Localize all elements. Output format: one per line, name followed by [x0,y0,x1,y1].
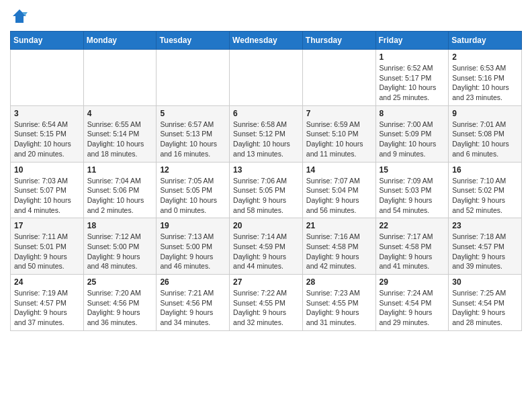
calendar-cell: 15Sunrise: 7:09 AM Sunset: 5:03 PM Dayli… [375,162,449,218]
day-info: Sunrise: 7:16 AM Sunset: 4:58 PM Dayligh… [306,232,372,271]
calendar-cell: 19Sunrise: 7:13 AM Sunset: 5:00 PM Dayli… [157,218,230,275]
calendar-cell: 27Sunrise: 7:22 AM Sunset: 4:55 PM Dayli… [230,275,303,331]
day-info: Sunrise: 7:03 AM Sunset: 5:07 PM Dayligh… [14,176,80,216]
day-number: 16 [452,165,518,175]
day-number: 4 [87,109,153,118]
day-number: 18 [87,221,153,230]
calendar-week-3: 10Sunrise: 7:03 AM Sunset: 5:07 PM Dayli… [11,162,522,218]
day-info: Sunrise: 7:22 AM Sunset: 4:55 PM Dayligh… [233,288,299,328]
calendar-cell: 28Sunrise: 7:23 AM Sunset: 4:55 PM Dayli… [302,275,375,331]
day-number: 20 [233,221,299,230]
calendar-cell: 5Sunrise: 6:57 AM Sunset: 5:13 PM Daylig… [157,105,230,162]
day-number: 28 [306,277,372,287]
calendar-cell: 2Sunrise: 6:53 AM Sunset: 5:16 PM Daylig… [449,50,522,106]
day-number: 12 [160,165,226,175]
day-info: Sunrise: 6:59 AM Sunset: 5:10 PM Dayligh… [306,120,372,159]
calendar-cell: 23Sunrise: 7:18 AM Sunset: 4:57 PM Dayli… [449,218,522,275]
day-info: Sunrise: 7:06 AM Sunset: 5:05 PM Dayligh… [233,176,299,216]
day-number: 15 [380,165,445,175]
logo [10,7,32,26]
calendar-cell: 11Sunrise: 7:04 AM Sunset: 5:06 PM Dayli… [83,162,157,218]
calendar-cell: 29Sunrise: 7:24 AM Sunset: 4:54 PM Dayli… [375,275,449,331]
day-info: Sunrise: 7:21 AM Sunset: 4:56 PM Dayligh… [160,288,226,328]
day-info: Sunrise: 7:19 AM Sunset: 4:57 PM Dayligh… [14,288,80,328]
day-header-tuesday: Tuesday [157,32,230,50]
day-number: 24 [14,277,80,287]
day-number: 29 [380,277,445,287]
day-info: Sunrise: 7:07 AM Sunset: 5:04 PM Dayligh… [306,176,372,216]
day-info: Sunrise: 6:53 AM Sunset: 5:16 PM Dayligh… [452,63,518,103]
page: SundayMondayTuesdayWednesdayThursdayFrid… [0,0,532,338]
calendar-cell: 1Sunrise: 6:52 AM Sunset: 5:17 PM Daylig… [375,50,449,106]
day-number: 30 [452,277,518,287]
day-number: 3 [14,109,80,118]
calendar-cell: 21Sunrise: 7:16 AM Sunset: 4:58 PM Dayli… [302,218,375,275]
calendar-cell: 10Sunrise: 7:03 AM Sunset: 5:07 PM Dayli… [11,162,84,218]
calendar-cell: 6Sunrise: 6:58 AM Sunset: 5:12 PM Daylig… [230,105,303,162]
calendar-cell: 30Sunrise: 7:25 AM Sunset: 4:54 PM Dayli… [449,275,522,331]
day-info: Sunrise: 7:09 AM Sunset: 5:03 PM Dayligh… [380,176,445,216]
day-number: 25 [87,277,153,287]
calendar-cell [11,50,84,106]
day-info: Sunrise: 7:20 AM Sunset: 4:56 PM Dayligh… [87,288,153,328]
calendar-cell: 18Sunrise: 7:12 AM Sunset: 5:00 PM Dayli… [83,218,157,275]
day-info: Sunrise: 7:10 AM Sunset: 5:02 PM Dayligh… [452,176,518,216]
day-number: 17 [14,221,80,230]
calendar-header-row: SundayMondayTuesdayWednesdayThursdayFrid… [11,32,522,50]
day-info: Sunrise: 7:18 AM Sunset: 4:57 PM Dayligh… [452,232,518,271]
calendar-cell: 9Sunrise: 7:01 AM Sunset: 5:08 PM Daylig… [449,105,522,162]
calendar-week-1: 1Sunrise: 6:52 AM Sunset: 5:17 PM Daylig… [11,50,522,106]
day-header-friday: Friday [375,32,449,50]
calendar-week-4: 17Sunrise: 7:11 AM Sunset: 5:01 PM Dayli… [11,218,522,275]
day-info: Sunrise: 7:05 AM Sunset: 5:05 PM Dayligh… [160,176,226,216]
day-header-sunday: Sunday [11,32,84,50]
day-number: 26 [160,277,226,287]
day-info: Sunrise: 6:57 AM Sunset: 5:13 PM Dayligh… [160,120,226,159]
day-header-wednesday: Wednesday [230,32,303,50]
day-info: Sunrise: 7:25 AM Sunset: 4:54 PM Dayligh… [452,288,518,328]
calendar-cell: 14Sunrise: 7:07 AM Sunset: 5:04 PM Dayli… [302,162,375,218]
calendar-cell: 26Sunrise: 7:21 AM Sunset: 4:56 PM Dayli… [157,275,230,331]
calendar-cell [302,50,375,106]
calendar-cell: 24Sunrise: 7:19 AM Sunset: 4:57 PM Dayli… [11,275,84,331]
day-number: 6 [233,109,299,118]
day-header-saturday: Saturday [449,32,522,50]
calendar-cell: 3Sunrise: 6:54 AM Sunset: 5:15 PM Daylig… [11,105,84,162]
day-number: 27 [233,277,299,287]
day-number: 13 [233,165,299,175]
day-header-thursday: Thursday [302,32,375,50]
calendar-week-5: 24Sunrise: 7:19 AM Sunset: 4:57 PM Dayli… [11,275,522,331]
day-number: 8 [380,109,445,118]
calendar-cell: 13Sunrise: 7:06 AM Sunset: 5:05 PM Dayli… [230,162,303,218]
calendar-cell: 4Sunrise: 6:55 AM Sunset: 5:14 PM Daylig… [83,105,157,162]
logo-icon [10,7,29,26]
day-info: Sunrise: 6:58 AM Sunset: 5:12 PM Dayligh… [233,120,299,159]
calendar-cell: 16Sunrise: 7:10 AM Sunset: 5:02 PM Dayli… [449,162,522,218]
day-info: Sunrise: 6:54 AM Sunset: 5:15 PM Dayligh… [14,120,80,159]
day-info: Sunrise: 7:00 AM Sunset: 5:09 PM Dayligh… [380,120,445,159]
calendar-cell: 25Sunrise: 7:20 AM Sunset: 4:56 PM Dayli… [83,275,157,331]
day-info: Sunrise: 6:52 AM Sunset: 5:17 PM Dayligh… [380,63,445,103]
day-info: Sunrise: 7:01 AM Sunset: 5:08 PM Dayligh… [452,120,518,159]
header [10,7,522,26]
day-number: 14 [306,165,372,175]
day-number: 1 [380,52,445,62]
day-number: 19 [160,221,226,230]
calendar-cell [83,50,157,106]
day-info: Sunrise: 7:13 AM Sunset: 5:00 PM Dayligh… [160,232,226,271]
day-info: Sunrise: 7:23 AM Sunset: 4:55 PM Dayligh… [306,288,372,328]
calendar-week-2: 3Sunrise: 6:54 AM Sunset: 5:15 PM Daylig… [11,105,522,162]
day-info: Sunrise: 7:12 AM Sunset: 5:00 PM Dayligh… [87,232,153,271]
day-number: 10 [14,165,80,175]
day-header-monday: Monday [83,32,157,50]
day-number: 23 [452,221,518,230]
day-info: Sunrise: 7:24 AM Sunset: 4:54 PM Dayligh… [380,288,445,328]
calendar-cell [157,50,230,106]
day-number: 11 [87,165,153,175]
day-info: Sunrise: 7:04 AM Sunset: 5:06 PM Dayligh… [87,176,153,216]
calendar: SundayMondayTuesdayWednesdayThursdayFrid… [10,31,522,331]
calendar-cell: 12Sunrise: 7:05 AM Sunset: 5:05 PM Dayli… [157,162,230,218]
day-info: Sunrise: 7:14 AM Sunset: 4:59 PM Dayligh… [233,232,299,271]
day-info: Sunrise: 7:11 AM Sunset: 5:01 PM Dayligh… [14,232,80,271]
day-number: 2 [452,52,518,62]
